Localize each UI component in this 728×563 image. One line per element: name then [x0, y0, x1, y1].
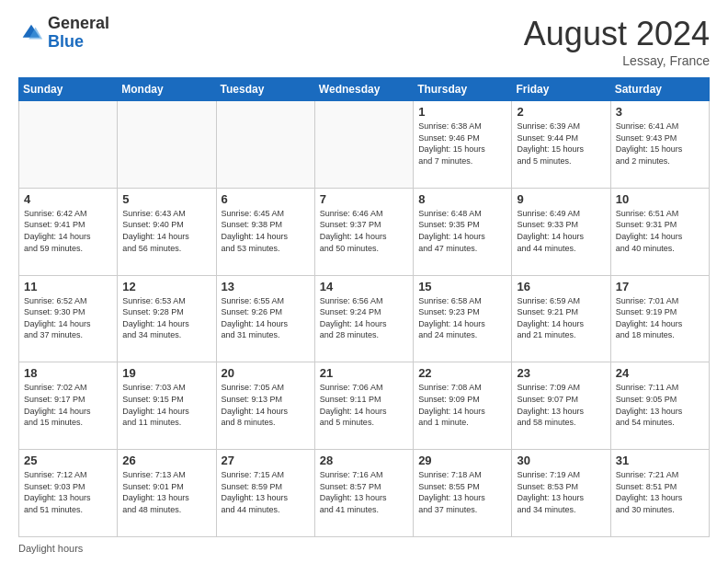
calendar-cell: 22Sunrise: 7:08 AM Sunset: 9:09 PM Dayli…: [414, 362, 512, 450]
calendar-cell: 1Sunrise: 6:38 AM Sunset: 9:46 PM Daylig…: [414, 101, 512, 189]
day-number: 28: [320, 454, 408, 467]
calendar-cell: [118, 101, 216, 189]
day-info: Sunrise: 6:52 AM Sunset: 9:30 PM Dayligh…: [24, 295, 112, 341]
weekday-header: Wednesday: [314, 78, 413, 101]
calendar-cell: 6Sunrise: 6:45 AM Sunset: 9:38 PM Daylig…: [216, 188, 314, 275]
day-number: 16: [517, 280, 605, 293]
day-info: Sunrise: 6:53 AM Sunset: 9:28 PM Dayligh…: [122, 295, 210, 341]
day-number: 8: [418, 192, 506, 206]
calendar-cell: 3Sunrise: 6:41 AM Sunset: 9:43 PM Daylig…: [610, 101, 709, 189]
day-number: 4: [24, 192, 112, 206]
calendar-week-row: 25Sunrise: 7:12 AM Sunset: 9:03 PM Dayli…: [19, 450, 710, 537]
day-number: 17: [616, 280, 704, 293]
day-info: Sunrise: 6:51 AM Sunset: 9:31 PM Dayligh…: [616, 208, 704, 254]
day-info: Sunrise: 7:13 AM Sunset: 9:01 PM Dayligh…: [122, 469, 210, 515]
day-number: 22: [418, 366, 506, 380]
day-info: Sunrise: 7:08 AM Sunset: 9:09 PM Dayligh…: [418, 382, 506, 428]
day-number: 9: [517, 192, 605, 206]
calendar-cell: 15Sunrise: 6:58 AM Sunset: 9:23 PM Dayli…: [414, 275, 512, 362]
logo-text: General Blue: [48, 15, 109, 52]
calendar-cell: 12Sunrise: 6:53 AM Sunset: 9:28 PM Dayli…: [118, 275, 216, 362]
day-number: 21: [320, 366, 408, 380]
day-info: Sunrise: 7:12 AM Sunset: 9:03 PM Dayligh…: [24, 469, 112, 515]
weekday-header: Thursday: [414, 78, 512, 101]
calendar-cell: 10Sunrise: 6:51 AM Sunset: 9:31 PM Dayli…: [610, 188, 709, 275]
calendar-cell: 31Sunrise: 7:21 AM Sunset: 8:51 PM Dayli…: [610, 450, 709, 537]
day-number: 27: [222, 454, 310, 467]
month-title: August 2024: [524, 15, 710, 53]
day-number: 2: [517, 105, 605, 119]
day-info: Sunrise: 7:02 AM Sunset: 9:17 PM Dayligh…: [24, 382, 112, 428]
day-info: Sunrise: 7:19 AM Sunset: 8:53 PM Dayligh…: [517, 469, 605, 515]
calendar-cell: [19, 101, 118, 189]
calendar-cell: 4Sunrise: 6:42 AM Sunset: 9:41 PM Daylig…: [19, 188, 118, 275]
calendar-cell: 8Sunrise: 6:48 AM Sunset: 9:35 PM Daylig…: [414, 188, 512, 275]
day-number: 18: [24, 366, 112, 380]
weekday-header: Friday: [512, 78, 610, 101]
logo-blue: Blue: [48, 33, 109, 52]
day-number: 26: [122, 454, 210, 467]
calendar-cell: 16Sunrise: 6:59 AM Sunset: 9:21 PM Dayli…: [512, 275, 610, 362]
calendar-week-row: 18Sunrise: 7:02 AM Sunset: 9:17 PM Dayli…: [19, 362, 710, 450]
daylight-label: Daylight hours: [18, 543, 83, 554]
day-number: 3: [616, 105, 704, 119]
calendar-cell: 29Sunrise: 7:18 AM Sunset: 8:55 PM Dayli…: [414, 450, 512, 537]
day-number: 1: [418, 105, 506, 119]
calendar-cell: 20Sunrise: 7:05 AM Sunset: 9:13 PM Dayli…: [216, 362, 314, 450]
day-info: Sunrise: 6:48 AM Sunset: 9:35 PM Dayligh…: [418, 208, 506, 254]
day-number: 5: [122, 192, 210, 206]
day-number: 11: [24, 280, 112, 293]
day-info: Sunrise: 6:56 AM Sunset: 9:24 PM Dayligh…: [320, 295, 408, 341]
day-number: 24: [616, 366, 704, 380]
day-info: Sunrise: 7:01 AM Sunset: 9:19 PM Dayligh…: [616, 295, 704, 341]
day-info: Sunrise: 6:43 AM Sunset: 9:40 PM Dayligh…: [122, 208, 210, 254]
day-info: Sunrise: 6:41 AM Sunset: 9:43 PM Dayligh…: [616, 121, 704, 167]
calendar-cell: [216, 101, 314, 189]
calendar-cell: 13Sunrise: 6:55 AM Sunset: 9:26 PM Dayli…: [216, 275, 314, 362]
calendar-cell: 28Sunrise: 7:16 AM Sunset: 8:57 PM Dayli…: [314, 450, 413, 537]
day-info: Sunrise: 6:39 AM Sunset: 9:44 PM Dayligh…: [517, 121, 605, 167]
weekday-header: Tuesday: [216, 78, 314, 101]
day-number: 31: [616, 454, 704, 467]
calendar-cell: 7Sunrise: 6:46 AM Sunset: 9:37 PM Daylig…: [314, 188, 413, 275]
day-info: Sunrise: 7:11 AM Sunset: 9:05 PM Dayligh…: [616, 382, 704, 428]
day-number: 19: [122, 366, 210, 380]
calendar-cell: 11Sunrise: 6:52 AM Sunset: 9:30 PM Dayli…: [19, 275, 118, 362]
weekday-header: Sunday: [19, 78, 118, 101]
day-info: Sunrise: 6:55 AM Sunset: 9:26 PM Dayligh…: [222, 295, 310, 341]
day-info: Sunrise: 7:09 AM Sunset: 9:07 PM Dayligh…: [517, 382, 605, 428]
day-info: Sunrise: 6:59 AM Sunset: 9:21 PM Dayligh…: [517, 295, 605, 341]
day-number: 23: [517, 366, 605, 380]
logo-icon: [18, 20, 44, 46]
weekday-header: Monday: [118, 78, 216, 101]
day-info: Sunrise: 7:21 AM Sunset: 8:51 PM Dayligh…: [616, 469, 704, 515]
calendar-cell: 21Sunrise: 7:06 AM Sunset: 9:11 PM Dayli…: [314, 362, 413, 450]
logo-general: General: [48, 15, 109, 33]
calendar-cell: 23Sunrise: 7:09 AM Sunset: 9:07 PM Dayli…: [512, 362, 610, 450]
day-info: Sunrise: 7:18 AM Sunset: 8:55 PM Dayligh…: [418, 469, 506, 515]
day-info: Sunrise: 6:46 AM Sunset: 9:37 PM Dayligh…: [320, 208, 408, 254]
calendar-cell: 5Sunrise: 6:43 AM Sunset: 9:40 PM Daylig…: [118, 188, 216, 275]
header: General Blue August 2024 Lessay, France: [18, 15, 710, 68]
calendar-cell: 18Sunrise: 7:02 AM Sunset: 9:17 PM Dayli…: [19, 362, 118, 450]
day-number: 10: [616, 192, 704, 206]
calendar-table: SundayMondayTuesdayWednesdayThursdayFrid…: [18, 77, 710, 537]
calendar-cell: 26Sunrise: 7:13 AM Sunset: 9:01 PM Dayli…: [118, 450, 216, 537]
day-number: 20: [222, 366, 310, 380]
calendar-cell: [314, 101, 413, 189]
calendar-cell: 25Sunrise: 7:12 AM Sunset: 9:03 PM Dayli…: [19, 450, 118, 537]
day-info: Sunrise: 7:05 AM Sunset: 9:13 PM Dayligh…: [222, 382, 310, 428]
day-info: Sunrise: 6:49 AM Sunset: 9:33 PM Dayligh…: [517, 208, 605, 254]
calendar-cell: 17Sunrise: 7:01 AM Sunset: 9:19 PM Dayli…: [610, 275, 709, 362]
day-number: 6: [222, 192, 310, 206]
title-block: August 2024 Lessay, France: [524, 15, 710, 68]
day-number: 30: [517, 454, 605, 467]
day-info: Sunrise: 6:42 AM Sunset: 9:41 PM Dayligh…: [24, 208, 112, 254]
day-info: Sunrise: 7:06 AM Sunset: 9:11 PM Dayligh…: [320, 382, 408, 428]
logo: General Blue: [18, 15, 109, 52]
calendar-cell: 19Sunrise: 7:03 AM Sunset: 9:15 PM Dayli…: [118, 362, 216, 450]
calendar-cell: 9Sunrise: 6:49 AM Sunset: 9:33 PM Daylig…: [512, 188, 610, 275]
day-info: Sunrise: 6:58 AM Sunset: 9:23 PM Dayligh…: [418, 295, 506, 341]
location: Lessay, France: [524, 53, 710, 68]
day-info: Sunrise: 7:16 AM Sunset: 8:57 PM Dayligh…: [320, 469, 408, 515]
